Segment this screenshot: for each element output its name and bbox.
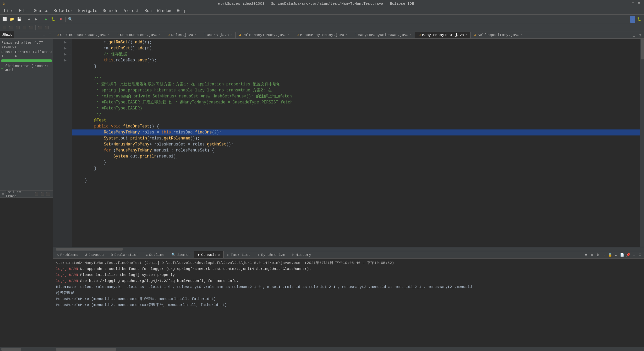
- tab-self-repo[interactable]: J SelfRepository.java ×: [471, 32, 526, 38]
- code-line-22: }: [72, 165, 640, 171]
- failure-trace-btn2[interactable]: ⬛: [39, 191, 45, 197]
- menu-help[interactable]: Help: [174, 7, 189, 14]
- search-icon: 🔍: [171, 253, 176, 257]
- tab-close[interactable]: ×: [346, 33, 347, 37]
- tab-outline[interactable]: ≡ Outline: [142, 251, 168, 258]
- tab-search[interactable]: 🔍 Search: [168, 251, 194, 258]
- tab-roles-many[interactable]: J RolesManyToMany.java ×: [236, 32, 293, 38]
- tab-users[interactable]: J Users.java ×: [200, 32, 236, 38]
- code-line-18: Set<MenusManyToMany> rolesMenusSet = rol…: [72, 141, 640, 147]
- console-scroll-end[interactable]: ⬇: [601, 252, 607, 258]
- menu-navigate[interactable]: Navigate: [75, 7, 100, 14]
- bottom-minimize[interactable]: _: [631, 252, 637, 258]
- tab-synchronize[interactable]: ↕ Synchronize: [254, 251, 289, 258]
- console-scroll-lock[interactable]: 🔒: [607, 252, 613, 258]
- toolbar-perspective-debug[interactable]: 🐛: [636, 16, 643, 23]
- scrollbar-thumb[interactable]: [1, 348, 21, 351]
- problems-icon: ⚠: [57, 253, 59, 257]
- toolbar-sep-1: [24, 17, 24, 22]
- console-close[interactable]: ×: [218, 253, 220, 257]
- toolbar-save[interactable]: 💾: [16, 16, 23, 23]
- toolbar-stop[interactable]: ■: [57, 16, 64, 23]
- toolbar-open[interactable]: 📁: [9, 16, 15, 23]
- tab-maximize[interactable]: □: [637, 32, 643, 38]
- tab-close[interactable]: ×: [159, 33, 160, 37]
- tab-manytomany-roles-dao[interactable]: J ManyToManyRolesDao.java ×: [351, 32, 415, 38]
- tab-icon: J: [117, 33, 119, 37]
- left-panel-maximize[interactable]: □: [47, 31, 53, 37]
- title-bar: ☕ workSpaces_idea202003 - SpringDataJpa/…: [0, 0, 644, 7]
- toolbar-perspective-java[interactable]: J: [630, 16, 635, 23]
- console-clear[interactable]: 🗑: [595, 252, 601, 258]
- menu-refactor[interactable]: Refactor: [51, 7, 76, 14]
- console-word-wrap[interactable]: ↵: [613, 252, 619, 258]
- console-terminate[interactable]: ■: [583, 252, 589, 258]
- menu-edit[interactable]: Edit: [16, 7, 31, 14]
- stb-sync[interactable]: ⬛: [15, 25, 21, 31]
- left-panel-minimize[interactable]: _: [41, 31, 47, 37]
- console-scrollbar-h[interactable]: [53, 347, 644, 351]
- scrollbar-thumb-h[interactable]: [56, 248, 123, 251]
- tab-close[interactable]: ×: [108, 33, 109, 37]
- editor-scrollbar-v[interactable]: [640, 39, 644, 247]
- tab-minimize[interactable]: _: [631, 32, 637, 38]
- maximize-button[interactable]: □: [631, 1, 635, 6]
- stb-run2[interactable]: ⬛: [44, 25, 50, 31]
- tab-roles[interactable]: J Roles.java ×: [164, 32, 200, 38]
- editor-scrollbar-h[interactable]: [53, 247, 644, 251]
- toolbar-debug[interactable]: 🐛: [50, 16, 57, 23]
- menu-source[interactable]: Source: [31, 7, 51, 14]
- scrollbar-thumb-v[interactable]: [641, 39, 644, 59]
- minimize-button[interactable]: −: [625, 1, 629, 6]
- tab-onetoone-test[interactable]: J OneToOneTest.java ×: [113, 32, 164, 38]
- failure-trace-btn1[interactable]: ⬛: [33, 191, 39, 197]
- menu-file[interactable]: File: [1, 7, 16, 14]
- failure-trace-btn3[interactable]: ⬛: [45, 191, 51, 197]
- bottom-maximize[interactable]: □: [637, 252, 643, 258]
- line-numbers: ▶ ▶ ▶ ▶: [53, 39, 68, 247]
- console-open-file[interactable]: 📄: [619, 252, 625, 258]
- tab-problems[interactable]: ⚠ Problems: [53, 251, 81, 258]
- menu-project[interactable]: Project: [120, 7, 142, 14]
- stb-next-edit[interactable]: ⬛: [8, 25, 14, 31]
- toolbar-back[interactable]: ◀: [26, 16, 32, 23]
- console-pin[interactable]: 📌: [625, 252, 631, 258]
- menu-run[interactable]: Run: [142, 7, 155, 14]
- fold-marker[interactable]: −: [68, 51, 72, 57]
- tab-history[interactable]: H History: [289, 251, 315, 258]
- menu-search[interactable]: Search: [100, 7, 120, 14]
- test-item-findone[interactable]: ✔ findOneTest [Runner: JUni: [1, 63, 52, 73]
- stb-prev-edit[interactable]: ⬛: [1, 25, 7, 31]
- console-remove[interactable]: ✕: [589, 252, 595, 258]
- menu-window[interactable]: Window: [154, 7, 174, 14]
- stb-expand[interactable]: ⬛: [28, 25, 34, 31]
- tab-javadoc[interactable]: J Javadoc: [81, 251, 107, 258]
- toolbar-run[interactable]: ▶: [43, 16, 49, 23]
- toolbar-search[interactable]: 🔍: [67, 16, 74, 23]
- toolbar-forward[interactable]: ▶: [33, 16, 40, 23]
- close-button[interactable]: ×: [637, 1, 641, 6]
- toolbar-new[interactable]: ⬜: [1, 16, 8, 23]
- tab-menus-many[interactable]: J MenusManyToMany.java ×: [293, 32, 351, 38]
- tab-onetoone-users-dao[interactable]: J OneToOneUsersDao.java ×: [53, 32, 113, 38]
- junit-tab[interactable]: JUnit: [0, 31, 14, 38]
- stb-collapse[interactable]: ⬛: [21, 25, 27, 31]
- tab-close[interactable]: ×: [195, 33, 196, 37]
- runs-label: Runs: 1: [1, 50, 12, 58]
- tab-console[interactable]: ▶ Console ×: [194, 251, 224, 258]
- stb-junit[interactable]: ⬛: [37, 25, 43, 31]
- tab-close[interactable]: ×: [410, 33, 411, 37]
- tab-close[interactable]: ×: [465, 33, 467, 37]
- left-scrollbar-h[interactable]: [0, 347, 53, 351]
- tab-close[interactable]: ×: [288, 33, 290, 37]
- fold-marker[interactable]: +: [68, 45, 72, 51]
- tab-close[interactable]: ×: [521, 33, 522, 37]
- tab-close[interactable]: ×: [230, 33, 232, 37]
- fold-marker[interactable]: −: [68, 39, 72, 45]
- tab-declaration[interactable]: D Declaration: [107, 251, 142, 258]
- editor-and-bottom: J OneToOneUsersDao.java × J OneToOneTest…: [53, 31, 644, 351]
- tab-task-list[interactable]: ☑ Task List: [224, 251, 254, 258]
- console-scrollbar-thumb[interactable]: [56, 348, 116, 351]
- tab-manytomany-test[interactable]: J ManyToManyTest.java ×: [415, 32, 471, 38]
- code-content[interactable]: m.getRmSet().add(r); mm.getRmSet().add(r…: [72, 39, 640, 247]
